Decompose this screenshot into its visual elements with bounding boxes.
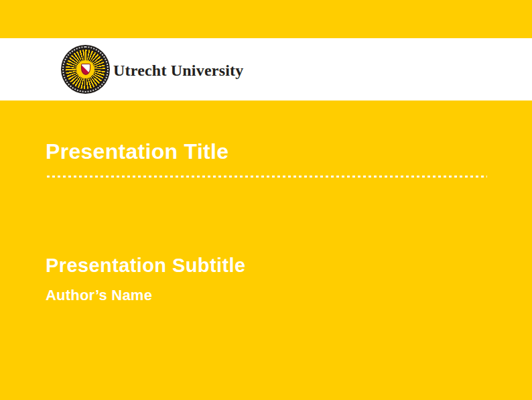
university-wordmark: Utrecht University [113, 62, 243, 78]
author-name: Author’s Name [46, 288, 152, 303]
header-band: Utrecht University [0, 38, 532, 101]
utrecht-university-seal-icon [61, 45, 110, 94]
utrecht-shield-icon [81, 64, 90, 75]
presentation-title: Presentation Title [46, 141, 228, 162]
presentation-title-slide: Utrecht University Presentation Title Pr… [0, 0, 532, 400]
dotted-divider [46, 174, 487, 179]
presentation-subtitle: Presentation Subtitle [46, 256, 245, 275]
